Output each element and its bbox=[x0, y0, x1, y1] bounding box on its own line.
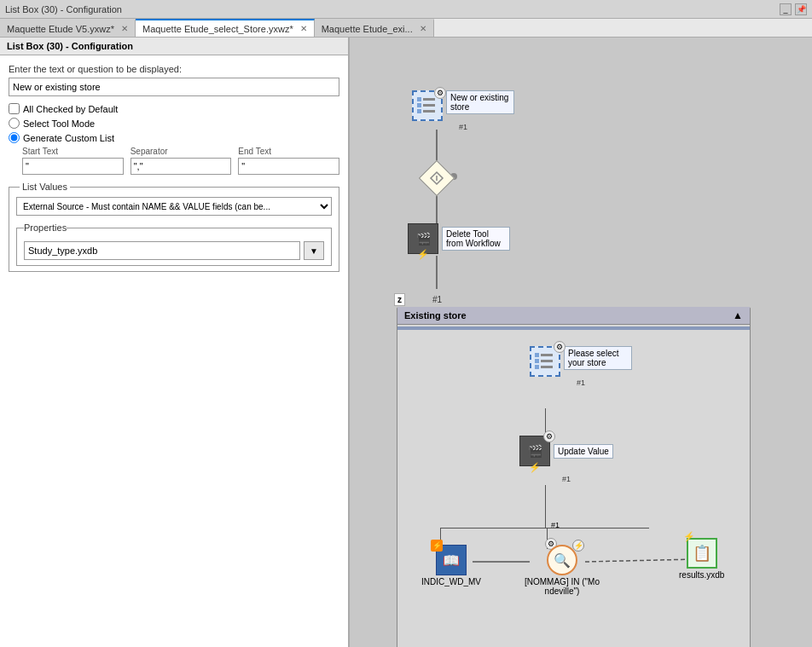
film2-badge: #1 bbox=[562, 475, 571, 483]
properties-fieldset: Properties ▼ bbox=[16, 222, 332, 266]
end-text-col: End Text bbox=[238, 147, 339, 175]
pin-button[interactable]: 📌 bbox=[795, 3, 807, 15]
tab-2-close[interactable]: ✕ bbox=[300, 24, 307, 33]
svg-rect-13 bbox=[417, 109, 421, 113]
property-input[interactable] bbox=[24, 241, 300, 260]
hash1-above-group: #1 bbox=[432, 295, 442, 304]
listbox1-badge: #1 bbox=[459, 123, 467, 131]
tab-3-label: Maquette Etude_exi... bbox=[322, 24, 413, 34]
node-listbox2[interactable]: ⚙ Please select your store #1 bbox=[530, 346, 632, 387]
film1-label: Delete Tool from Workflow bbox=[442, 227, 510, 251]
title-bar-controls: _ 📌 bbox=[780, 3, 807, 15]
separator-col: Separator bbox=[130, 147, 232, 175]
listbox1-label: New or existing store bbox=[446, 90, 514, 114]
radio-generate: Generate Custom List bbox=[9, 132, 339, 143]
title-bar-text: List Box (30) - Configuration bbox=[5, 4, 780, 14]
all-checked-label: All Checked by Default bbox=[23, 104, 118, 114]
listbox2-config-icon: ⚙ bbox=[554, 341, 566, 353]
node-diamond[interactable] bbox=[424, 165, 450, 191]
svg-rect-12 bbox=[417, 103, 421, 107]
filter-right-badge: ⚡ bbox=[572, 540, 584, 552]
listbox1-config-icon: ⚙ bbox=[434, 87, 446, 99]
radio-select-tool-input[interactable] bbox=[9, 118, 20, 129]
minimize-button[interactable]: _ bbox=[780, 3, 792, 15]
start-text-col: Start Text bbox=[22, 147, 124, 175]
filter-icon[interactable]: 🔍 ⚡ bbox=[547, 545, 577, 575]
separator-input[interactable] bbox=[130, 158, 232, 175]
film1-icon[interactable]: 🎬 ⚡ bbox=[408, 223, 438, 254]
tab-2-label: Maquette Etude_select_Store.yxwz* bbox=[142, 24, 293, 34]
tab-2[interactable]: Maquette Etude_select_Store.yxwz* ✕ bbox=[136, 19, 315, 37]
panel-title: List Box (30) - Configuration bbox=[0, 38, 348, 55]
group-top-bar bbox=[397, 326, 750, 330]
listbox1-icon[interactable]: ⚙ bbox=[412, 90, 443, 121]
checkbox-row: All Checked by Default bbox=[9, 103, 339, 114]
tab-1-label: Maquette Etude V5.yxwz* bbox=[7, 24, 114, 34]
svg-rect-14 bbox=[423, 98, 435, 101]
all-checked-checkbox[interactable] bbox=[9, 103, 20, 114]
tab-1-close[interactable]: ✕ bbox=[121, 24, 128, 33]
svg-rect-24 bbox=[541, 366, 553, 368]
svg-rect-11 bbox=[417, 97, 421, 101]
list-values-fieldset: List Values External Source - Must conta… bbox=[9, 182, 339, 272]
results-lightning: ⚡ bbox=[683, 531, 695, 542]
columns-section: Start Text Separator End Text bbox=[22, 147, 339, 175]
svg-rect-16 bbox=[423, 110, 435, 113]
svg-rect-22 bbox=[541, 354, 553, 356]
conn-horizontal bbox=[440, 528, 649, 529]
tabs-bar: Maquette Etude V5.yxwz* ✕ Maquette Etude… bbox=[0, 19, 812, 38]
svg-rect-23 bbox=[541, 360, 553, 362]
list-values-legend: List Values bbox=[20, 182, 70, 192]
end-text-input[interactable] bbox=[238, 158, 339, 175]
group-box-title: Existing store ▲ bbox=[397, 307, 750, 325]
node-results[interactable]: 📋 ⚡ results.yxdb bbox=[679, 538, 724, 580]
radio-generate-label: Generate Custom List bbox=[23, 133, 114, 143]
node-filter[interactable]: ⚙ 🔍 ⚡ [NOMMAG] IN ("Mondeville") bbox=[524, 545, 600, 596]
right-canvas: ⚙ New or existing store #1 🎬 ⚡ bbox=[350, 38, 812, 647]
properties-legend: Properties bbox=[24, 222, 67, 233]
svg-rect-21 bbox=[535, 365, 539, 369]
left-panel: List Box (30) - Configuration Enter the … bbox=[0, 38, 350, 647]
results-label: results.yxdb bbox=[679, 570, 724, 580]
film2-label: Update Value bbox=[554, 444, 613, 459]
book-lightning: ⚡ bbox=[431, 540, 443, 552]
diamond-icon bbox=[419, 160, 455, 196]
panel-title-text: List Box (30) - Configuration bbox=[7, 41, 133, 51]
external-source-dropdown[interactable]: External Source - Must contain NAME && V… bbox=[16, 197, 332, 216]
property-browse-button[interactable]: ▼ bbox=[304, 241, 324, 260]
tab-3-close[interactable]: ✕ bbox=[420, 24, 426, 33]
start-text-label: Start Text bbox=[22, 147, 124, 156]
group-box-existing-store: Existing store ▲ bbox=[397, 307, 751, 647]
property-row: ▼ bbox=[24, 241, 324, 260]
radio-generate-input[interactable] bbox=[9, 132, 20, 143]
separator-label: Separator bbox=[130, 147, 232, 156]
z-label: z bbox=[394, 293, 405, 306]
group-box-collapse[interactable]: ▲ bbox=[733, 309, 743, 321]
listbox2-badge: #1 bbox=[577, 378, 585, 387]
film2-config-icon: ⚙ bbox=[543, 430, 555, 442]
radio-select-tool: Select Tool Mode bbox=[9, 118, 339, 129]
tab-1[interactable]: Maquette Etude V5.yxwz* ✕ bbox=[0, 19, 136, 37]
node-listbox1[interactable]: ⚙ New or existing store #1 bbox=[412, 90, 514, 131]
dropdown-row: External Source - Must contain NAME && V… bbox=[16, 197, 332, 216]
start-text-input[interactable] bbox=[22, 158, 124, 175]
filter-label: [NOMMAG] IN ("Mondeville") bbox=[524, 577, 600, 596]
tab-3[interactable]: Maquette Etude_exi... ✕ bbox=[315, 19, 434, 37]
conn-film2-split bbox=[545, 485, 546, 528]
film1-lightning: ⚡ bbox=[417, 249, 429, 260]
node-film1[interactable]: 🎬 ⚡ Delete Tool from Workflow bbox=[408, 223, 510, 254]
svg-rect-15 bbox=[423, 104, 435, 107]
listbox2-label: Please select your store bbox=[564, 346, 632, 370]
panel-content: Enter the text or question to be display… bbox=[0, 55, 348, 647]
film2-lightning: ⚡ bbox=[529, 462, 541, 473]
radio-select-tool-label: Select Tool Mode bbox=[23, 118, 95, 129]
node-book[interactable]: 📖 ⚡ INDIC_WD_MV bbox=[421, 545, 481, 586]
results-icon[interactable]: 📋 bbox=[687, 538, 717, 569]
book-label: INDIC_WD_MV bbox=[421, 577, 481, 586]
svg-rect-19 bbox=[535, 353, 539, 357]
form-input[interactable] bbox=[9, 78, 339, 96]
end-text-label: End Text bbox=[238, 147, 339, 156]
title-bar: List Box (30) - Configuration _ 📌 bbox=[0, 0, 812, 19]
node-film2[interactable]: 🎬 ⚙ ⚡ Update Value #1 bbox=[519, 436, 613, 483]
main-layout: List Box (30) - Configuration Enter the … bbox=[0, 38, 812, 647]
